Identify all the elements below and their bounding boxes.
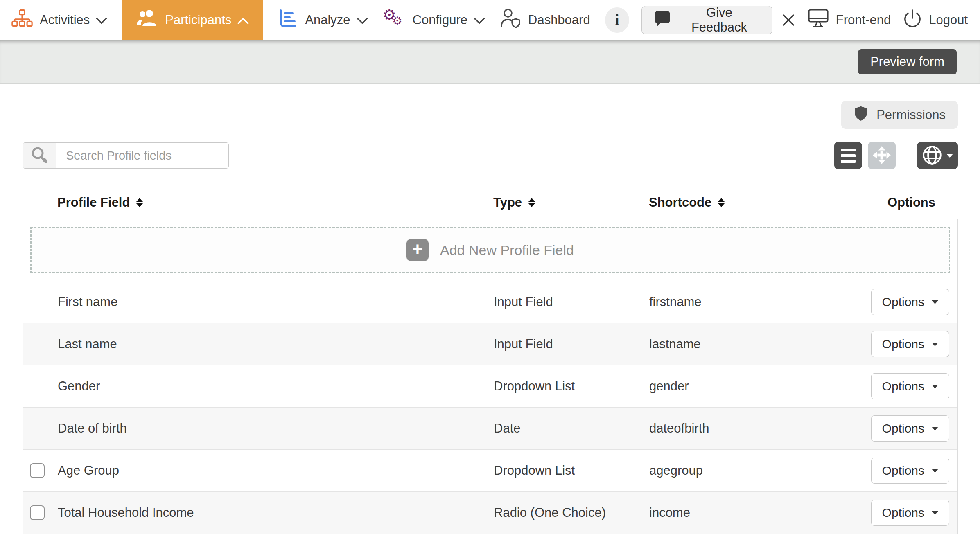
nav-item-label: Activities [40,13,90,27]
chevron-up-icon [237,13,249,27]
profile-field-name: Gender [58,379,100,393]
row-checkbox[interactable] [30,463,45,478]
type-cell: Input Field [494,337,649,352]
globe-icon [922,145,942,167]
sort-icon [528,198,535,207]
chevron-down-icon [96,13,107,27]
profile-field-cell: Gender [23,379,494,394]
nav-item-activities[interactable]: Activities [11,0,107,40]
profile-field-cell: Date of birth [23,421,494,436]
profile-field-name: First name [58,295,117,309]
type-cell: Dropdown List [494,463,649,478]
toolbar: Preview form [0,40,980,84]
power-icon [903,9,922,32]
info-button[interactable]: i [605,7,629,33]
search-bar [23,142,229,169]
add-new-profile-field-button[interactable]: + Add New Profile Field [30,227,950,273]
column-header-options: Options [887,195,958,210]
list-view-button[interactable] [834,142,862,169]
person-shield-icon [500,8,521,32]
table-row: Total Household Income Radio (One Choice… [23,491,957,534]
type-cell: Radio (One Choice) [494,505,649,520]
caret-down-icon [932,427,938,431]
nav-item-participants[interactable]: Participants [122,0,263,40]
main-menu: Activities Participants [0,0,605,40]
nav-item-frontend[interactable]: Front-end [808,9,891,32]
nav-item-label: Configure [413,13,467,27]
preview-form-button[interactable]: Preview form [858,49,957,74]
bar-chart-icon [278,8,298,32]
profile-field-name: Age Group [58,463,119,478]
shortcode-cell: dateofbirth [649,421,860,436]
chevron-down-icon [357,13,368,27]
nav-item-configure[interactable]: ⚙⚙ Configure [383,0,485,40]
add-new-profile-field-label: Add New Profile Field [440,242,574,258]
search-icon [30,146,48,165]
permissions-button[interactable]: Permissions [841,101,958,129]
plus-icon: + [406,239,429,261]
main-content: Permissions [0,84,980,534]
options-button[interactable]: Options [871,289,949,315]
profile-field-cell: Age Group [23,463,494,478]
search-icon-segment [23,143,56,168]
nav-item-label: Analyze [305,13,350,27]
nav-item-label: Front-end [836,13,891,27]
give-feedback-button[interactable]: Give Feedback [641,6,772,34]
page: Activities Participants [0,0,980,541]
caret-down-icon [932,511,938,515]
search-input[interactable] [56,143,228,168]
options-button[interactable]: Options [871,373,949,399]
move-arrows-icon [872,146,891,166]
chevron-down-icon [474,13,485,27]
options-button[interactable]: Options [871,500,949,526]
table-row: Last name Input Field lastname Options [23,323,957,365]
type-cell: Date [494,421,649,436]
table-header-row: Profile Field Type Shortcode Options [23,186,958,219]
shortcode-cell: firstname [649,295,860,309]
close-icon[interactable] [781,13,795,27]
nav-item-analyze[interactable]: Analyze [278,0,368,40]
table-row: Date of birth Date dateofbirth Options [23,407,957,449]
people-icon [136,10,158,30]
profile-field-name: Last name [58,337,117,351]
utility-menu: i Give Feedback [605,0,980,40]
caret-down-icon [932,469,938,473]
table-row: Age Group Dropdown List agegroup Options [23,449,957,491]
type-cell: Dropdown List [494,379,649,394]
options-button[interactable]: Options [871,331,949,357]
give-feedback-label: Give Feedback [679,5,760,35]
nav-item-logout[interactable]: Logout [903,9,968,32]
info-icon: i [615,11,619,29]
column-header-type[interactable]: Type [493,195,649,210]
gears-icon: ⚙⚙ [383,9,406,32]
view-buttons [834,142,958,169]
caret-down-icon [946,154,953,158]
sort-icon [718,198,725,207]
column-header-profile-field[interactable]: Profile Field [23,195,493,210]
options-button[interactable]: Options [871,458,949,484]
profile-field-cell: First name [23,295,494,309]
profile-field-cell: Last name [23,337,494,352]
shield-icon [854,105,868,125]
options-button[interactable]: Options [871,415,949,442]
nav-item-label: Logout [929,13,968,27]
shortcode-cell: lastname [649,337,860,352]
type-cell: Input Field [494,295,649,309]
caret-down-icon [932,300,938,304]
column-header-shortcode[interactable]: Shortcode [649,195,860,210]
language-button[interactable] [917,142,958,169]
reorder-button[interactable] [868,142,896,169]
profile-field-name: Total Household Income [58,505,194,520]
sitemap-icon [11,9,33,31]
nav-item-dashboard[interactable]: Dashboard [500,0,590,40]
shortcode-cell: gender [649,379,860,394]
top-nav: Activities Participants [0,0,980,40]
permissions-label: Permissions [876,108,946,122]
shortcode-cell: income [649,505,860,520]
row-checkbox[interactable] [30,505,45,520]
table-row: Gender Dropdown List gender Options [23,365,957,407]
nav-item-label: Dashboard [528,13,590,27]
table-row: First name Input Field firstname Options [23,281,957,323]
list-view-icon [841,149,856,163]
profile-field-cell: Total Household Income [23,505,494,520]
